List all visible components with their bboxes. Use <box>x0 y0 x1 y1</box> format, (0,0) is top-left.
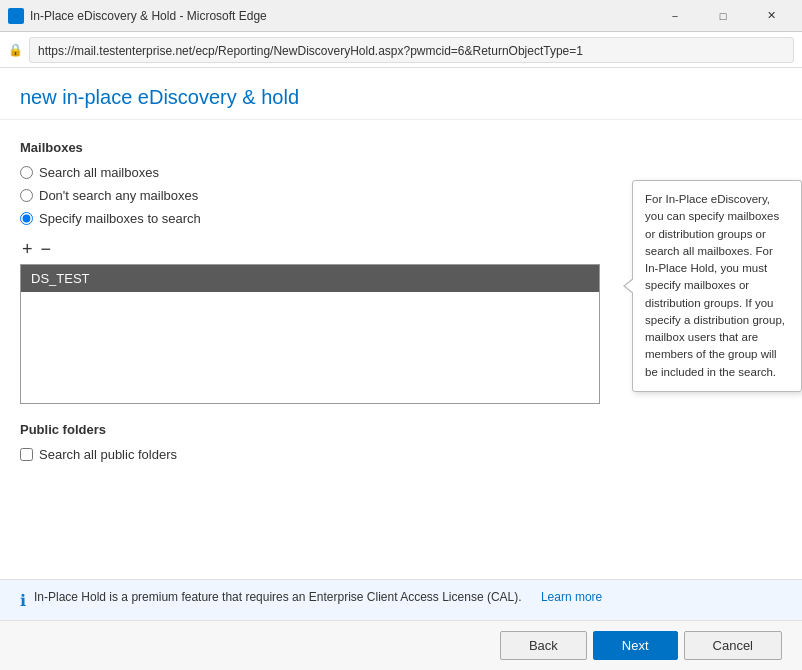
browser-icon <box>8 8 24 24</box>
mailbox-list: DS_TEST <box>20 264 600 404</box>
info-bar: ℹ In-Place Hold is a premium feature tha… <box>0 579 802 620</box>
minimize-button[interactable]: − <box>652 0 698 32</box>
remove-mailbox-button[interactable]: − <box>39 240 54 258</box>
mailbox-item[interactable]: DS_TEST <box>21 265 599 292</box>
radio-dont-search-label: Don't search any mailboxes <box>39 188 198 203</box>
radio-search-all-label: Search all mailboxes <box>39 165 159 180</box>
lock-icon: 🔒 <box>8 43 23 57</box>
footer: Back Next Cancel <box>0 620 802 670</box>
public-folders-section: Public folders Search all public folders <box>20 422 782 462</box>
window-title: In-Place eDiscovery & Hold - Microsoft E… <box>30 9 267 23</box>
title-bar: In-Place eDiscovery & Hold - Microsoft E… <box>0 0 802 32</box>
radio-dont-search-input[interactable] <box>20 189 33 202</box>
radio-specify-label: Specify mailboxes to search <box>39 211 201 226</box>
address-bar: 🔒 https://mail.testenterprise.net/ecp/Re… <box>0 32 802 68</box>
add-mailbox-button[interactable]: + <box>20 240 35 258</box>
back-button[interactable]: Back <box>500 631 587 660</box>
search-public-folders-label: Search all public folders <box>39 447 177 462</box>
tooltip-arrow <box>623 278 633 294</box>
search-public-folders-checkbox[interactable] <box>20 448 33 461</box>
next-button[interactable]: Next <box>593 631 678 660</box>
main-area: Mailboxes Search all mailboxes Don't sea… <box>0 120 802 579</box>
radio-search-all[interactable]: Search all mailboxes <box>20 165 782 180</box>
tooltip-box: For In-Place eDiscovery, you can specify… <box>632 180 802 392</box>
window-controls: − □ ✕ <box>652 0 794 32</box>
cancel-button[interactable]: Cancel <box>684 631 782 660</box>
radio-search-all-input[interactable] <box>20 166 33 179</box>
search-public-folders-checkbox-label[interactable]: Search all public folders <box>20 447 782 462</box>
url-bar[interactable]: https://mail.testenterprise.net/ecp/Repo… <box>29 37 794 63</box>
maximize-button[interactable]: □ <box>700 0 746 32</box>
radio-specify-input[interactable] <box>20 212 33 225</box>
mailboxes-section-title: Mailboxes <box>20 140 782 155</box>
close-button[interactable]: ✕ <box>748 0 794 32</box>
learn-more-link[interactable]: Learn more <box>541 590 602 604</box>
page-content: new in-place eDiscovery & hold Mailboxes… <box>0 68 802 670</box>
info-text: In-Place Hold is a premium feature that … <box>34 590 522 604</box>
info-icon: ℹ <box>20 591 26 610</box>
page-header: new in-place eDiscovery & hold <box>0 68 802 120</box>
page-title: new in-place eDiscovery & hold <box>20 86 782 109</box>
public-folders-title: Public folders <box>20 422 782 437</box>
tooltip-text: For In-Place eDiscovery, you can specify… <box>645 193 785 378</box>
